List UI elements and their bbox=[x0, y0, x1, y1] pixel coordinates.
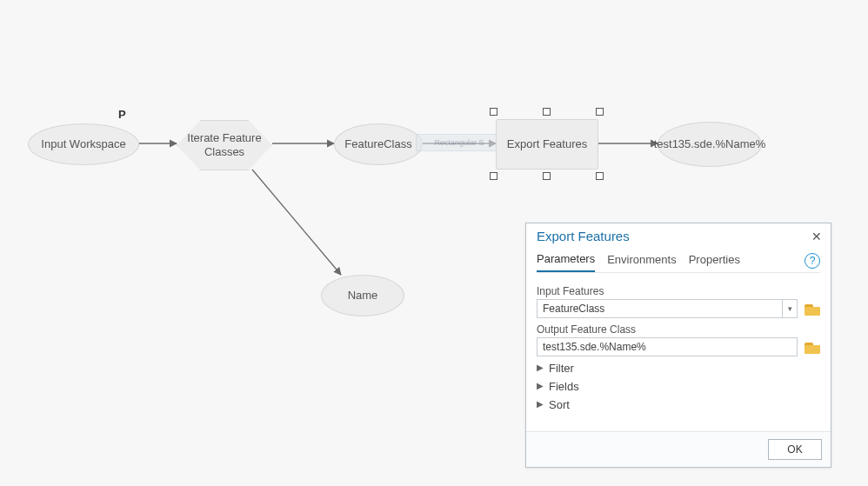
expander-sort[interactable]: ▶ Sort bbox=[537, 398, 820, 411]
browse-folder-icon[interactable] bbox=[805, 341, 820, 354]
dialog-tabs: Parameters Environments Properties ? bbox=[526, 247, 831, 272]
expander-fields-label: Fields bbox=[549, 380, 579, 393]
export-features-dialog[interactable]: Export Features ✕ Parameters Environment… bbox=[525, 223, 831, 468]
selection-handle-se[interactable] bbox=[596, 172, 604, 180]
dialog-footer: OK bbox=[526, 431, 831, 467]
node-name[interactable]: Name bbox=[321, 275, 404, 316]
tab-parameters[interactable]: Parameters bbox=[537, 249, 595, 272]
dialog-header: Export Features ✕ bbox=[526, 223, 831, 247]
expander-fields[interactable]: ▶ Fields bbox=[537, 380, 820, 393]
expander-sort-label: Sort bbox=[549, 398, 570, 411]
input-features-row: ▾ bbox=[537, 299, 820, 318]
input-features-field[interactable] bbox=[537, 299, 782, 318]
expander-filter[interactable]: ▶ Filter bbox=[537, 362, 820, 375]
node-export-features[interactable]: Export Features bbox=[496, 119, 598, 170]
selection-handle-ne[interactable] bbox=[596, 108, 604, 116]
input-features-dropdown-icon[interactable]: ▾ bbox=[782, 299, 798, 318]
chevron-right-icon: ▶ bbox=[537, 381, 544, 390]
dialog-body: Input Features ▾ Output Feature Class ▶ … bbox=[526, 273, 831, 431]
output-fc-label: Output Feature Class bbox=[537, 323, 820, 336]
selection-handle-n[interactable] bbox=[543, 108, 551, 116]
dialog-title: Export Features bbox=[537, 229, 630, 243]
browse-folder-icon[interactable] bbox=[805, 303, 820, 316]
node-output-feature-class[interactable]: test135.sde.%Name% bbox=[658, 122, 762, 167]
chevron-right-icon: ▶ bbox=[537, 399, 544, 409]
close-icon[interactable]: ✕ bbox=[811, 230, 822, 243]
output-fc-field[interactable] bbox=[537, 337, 798, 356]
tab-properties[interactable]: Properties bbox=[689, 250, 740, 271]
selection-handle-sw[interactable] bbox=[490, 172, 497, 180]
selection-handle-s[interactable] bbox=[543, 172, 551, 180]
expander-filter-label: Filter bbox=[549, 362, 574, 375]
parameter-badge: P bbox=[118, 108, 126, 121]
node-iterate-feature-classes[interactable]: Iterate Feature Classes bbox=[177, 120, 272, 170]
node-feature-class[interactable]: FeatureClass bbox=[334, 123, 423, 165]
ok-button[interactable]: OK bbox=[768, 439, 822, 460]
input-features-label: Input Features bbox=[537, 285, 820, 297]
selection-handle-nw[interactable] bbox=[490, 108, 497, 116]
help-icon[interactable]: ? bbox=[805, 253, 820, 269]
output-fc-row bbox=[537, 337, 820, 356]
node-input-workspace[interactable]: Input Workspace bbox=[28, 123, 139, 165]
tab-environments[interactable]: Environments bbox=[607, 250, 676, 271]
ghost-shape: Rectangular S bbox=[416, 134, 503, 151]
chevron-right-icon: ▶ bbox=[537, 363, 544, 372]
svg-line-2 bbox=[252, 170, 341, 275]
